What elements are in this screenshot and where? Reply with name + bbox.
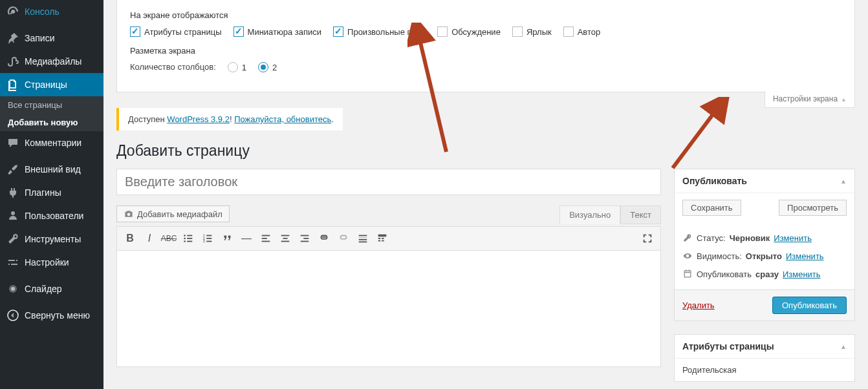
radio[interactable] xyxy=(228,62,238,72)
menu-users[interactable]: Пользователи xyxy=(0,204,103,227)
pages-icon xyxy=(6,78,19,91)
svg-rect-10 xyxy=(206,235,212,237)
tb-fullscreen[interactable] xyxy=(638,229,656,247)
chk-page-attributes[interactable]: Атрибуты страницы xyxy=(130,26,222,37)
radio-cols-1[interactable]: 1 xyxy=(228,62,246,72)
submenu-all-pages[interactable]: Все страницы xyxy=(0,96,103,114)
menu-appearance[interactable]: Внешний вид xyxy=(0,158,103,181)
update-notice: Доступен WordPress 3.9.2! Пожалуйста, об… xyxy=(116,108,343,131)
edit-schedule-link[interactable]: Изменить xyxy=(783,269,821,279)
menu-posts[interactable]: Записи xyxy=(0,26,103,50)
pin-icon xyxy=(6,32,19,45)
menu-settings[interactable]: Настройки xyxy=(0,251,103,274)
screen-options-panel: На экране отображаются Атрибуты страницы… xyxy=(116,0,855,92)
menu-slider[interactable]: Слайдер xyxy=(0,277,103,300)
checkbox[interactable] xyxy=(130,26,140,37)
svg-point-5 xyxy=(184,238,186,240)
user-icon xyxy=(6,209,19,222)
svg-rect-21 xyxy=(301,235,309,237)
checkbox[interactable] xyxy=(437,26,448,37)
menu-label: Слайдер xyxy=(25,284,62,294)
generic-icon xyxy=(6,282,19,295)
checkbox[interactable] xyxy=(512,26,523,37)
comment-icon xyxy=(6,136,19,149)
checkbox[interactable] xyxy=(233,26,244,37)
menu-media[interactable]: Медиафайлы xyxy=(0,50,103,73)
screen-boxes-row: Атрибуты страницы Миниатюра записи Произ… xyxy=(130,26,841,37)
add-media-button[interactable]: Добавить медиафайл xyxy=(116,205,230,222)
svg-rect-8 xyxy=(187,241,192,242)
chk-discussion[interactable]: Обсуждение xyxy=(437,26,501,37)
checkbox[interactable] xyxy=(333,26,343,37)
menu-label: Медиафайлы xyxy=(25,56,81,67)
publish-button[interactable]: Опубликовать xyxy=(772,297,847,314)
preview-button[interactable]: Просмотреть xyxy=(779,200,847,216)
chk-custom-fields[interactable]: Произвольные поля xyxy=(333,26,426,37)
tb-strike[interactable]: ABC xyxy=(160,229,178,247)
svg-rect-31 xyxy=(378,240,381,242)
tb-ul[interactable] xyxy=(179,229,197,247)
svg-rect-4 xyxy=(187,235,192,237)
submenu-add-new[interactable]: Добавить новую xyxy=(0,114,103,131)
tb-link[interactable] xyxy=(315,229,333,247)
tb-ol[interactable]: 123 xyxy=(199,229,217,247)
tb-bold[interactable]: B xyxy=(121,229,139,247)
menu-tools[interactable]: Инструменты xyxy=(0,227,103,251)
post-title-input[interactable] xyxy=(116,169,661,195)
svg-rect-25 xyxy=(359,237,367,238)
edit-status-link[interactable]: Изменить xyxy=(774,233,812,243)
menu-label: Комментарии xyxy=(25,138,81,148)
menu-label: Инструменты xyxy=(25,234,81,244)
editor-tabs: ВизуальноТекст xyxy=(559,205,661,224)
eye-icon xyxy=(682,251,693,261)
sidebar-column: Опубликовать ▲ Сохранить Просмотреть Ста… xyxy=(674,169,855,389)
chk-slug[interactable]: Ярлык xyxy=(512,26,552,37)
menu-dashboard[interactable]: Консоль xyxy=(0,0,103,23)
main-columns: Добавить медиафайл ВизуальноТекст B I AB… xyxy=(116,169,855,389)
checkbox[interactable] xyxy=(563,26,574,37)
tb-align-center[interactable] xyxy=(276,229,294,247)
tb-toolbar-toggle[interactable] xyxy=(373,229,391,247)
dashboard-icon xyxy=(6,5,19,18)
publish-heading[interactable]: Опубликовать ▲ xyxy=(675,169,854,193)
menu-pages[interactable]: Страницы xyxy=(0,73,103,96)
attributes-metabox: Атрибуты страницы ▲ Родительская xyxy=(674,334,855,382)
appearance-icon xyxy=(6,163,19,176)
menu-plugins[interactable]: Плагины xyxy=(0,181,103,204)
attributes-heading[interactable]: Атрибуты страницы ▲ xyxy=(675,335,854,359)
delete-link[interactable]: Удалить xyxy=(682,300,715,310)
tb-quote[interactable] xyxy=(218,229,236,247)
screen-options-tab[interactable]: Настройки экрана xyxy=(765,91,855,108)
menu-label: Настройки xyxy=(25,257,69,268)
chk-author[interactable]: Автор xyxy=(563,26,601,37)
svg-rect-17 xyxy=(262,241,270,242)
camera-icon xyxy=(124,209,134,219)
tb-more[interactable] xyxy=(354,229,372,247)
menu-label: Консоль xyxy=(25,6,60,17)
app-root: Консоль Записи Медиафайлы Страницы Все с… xyxy=(0,0,868,389)
editor-toolbar: B I ABC 123 — xyxy=(116,226,661,251)
tb-hr[interactable]: — xyxy=(237,229,255,247)
tab-visual[interactable]: Визуально xyxy=(559,205,620,224)
tb-align-left[interactable] xyxy=(257,229,275,247)
tb-unlink[interactable] xyxy=(334,229,353,247)
notice-version-link[interactable]: WordPress 3.9.2 xyxy=(167,114,230,124)
tb-italic[interactable]: I xyxy=(140,229,158,247)
tools-icon xyxy=(6,233,19,246)
save-draft-button[interactable]: Сохранить xyxy=(682,200,741,216)
chk-featured-image[interactable]: Миниатюра записи xyxy=(233,26,322,37)
tab-text[interactable]: Текст xyxy=(620,205,661,224)
svg-text:3: 3 xyxy=(203,239,205,243)
edit-visibility-link[interactable]: Изменить xyxy=(786,251,824,261)
svg-rect-27 xyxy=(359,242,367,243)
radio-cols-2[interactable]: 2 xyxy=(258,62,277,72)
notice-update-link[interactable]: Пожалуйста, обновитесь xyxy=(234,114,331,124)
radio[interactable] xyxy=(258,62,268,72)
menu-label: Внешний вид xyxy=(25,164,81,174)
menu-collapse[interactable]: Свернуть меню xyxy=(0,304,103,327)
tb-align-right[interactable] xyxy=(296,229,314,247)
svg-rect-32 xyxy=(382,240,384,242)
menu-comments[interactable]: Комментарии xyxy=(0,131,103,154)
svg-rect-6 xyxy=(187,238,192,239)
editor-body[interactable] xyxy=(116,251,661,367)
